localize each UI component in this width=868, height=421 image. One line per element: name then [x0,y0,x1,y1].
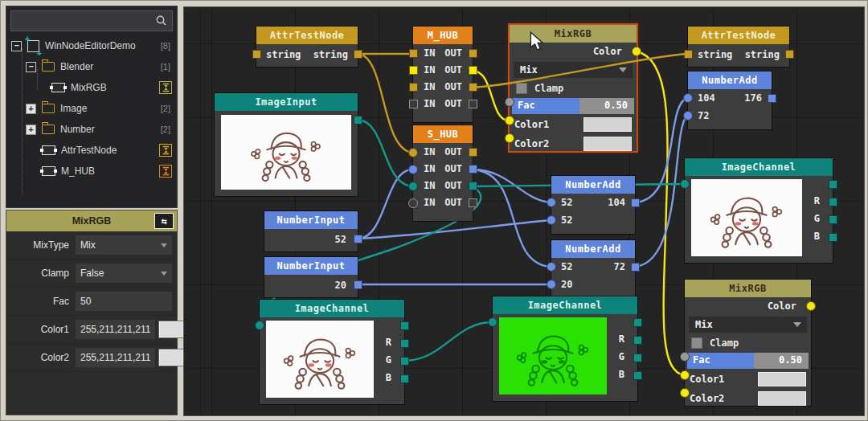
socket-fac-in[interactable] [505,97,514,107]
node-attrtestnode[interactable]: AttrTestNodestringstring [256,27,358,67]
color-swatch[interactable] [159,321,183,337]
clamp-dropdown[interactable]: False [76,264,172,283]
clamp-checkbox[interactable] [516,83,527,94]
clamp-checkbox[interactable] [691,337,702,349]
node-header[interactable]: NumberInput [264,257,358,275]
node-header[interactable]: ImageChannel [685,158,833,176]
socket-image-in[interactable] [488,317,497,327]
collapse-icon[interactable]: − [11,41,22,51]
socket-image-out[interactable] [829,180,837,189]
socket-number-in[interactable] [547,198,556,207]
tree-item-m_hub[interactable]: M_HUB [6,161,177,182]
tree-item-number[interactable]: +Number[2] [6,119,177,140]
color2-field[interactable]: 255,211,211,211 [76,348,155,367]
node-imagechannel[interactable]: ImageChannelRGB [260,300,404,404]
node-numberinput[interactable]: NumberInput20 [264,257,358,297]
socket-number-out[interactable] [354,235,362,243]
socket-number-in[interactable] [683,111,693,121]
socket-number-in[interactable] [547,215,556,225]
node-header[interactable]: NumberInput [264,211,358,229]
socket-hub-in[interactable] [409,49,418,58]
node-header[interactable]: MixRGB [510,25,637,43]
node-editor-canvas[interactable]: AttrTestNodestringstringM_HUBINOUTINOUTI… [183,6,865,416]
socket-number-in[interactable] [547,280,556,289]
socket-hub-in[interactable] [409,66,418,75]
socket-hub-in[interactable] [408,198,418,208]
mixtype-dropdown[interactable]: Mix [689,317,807,333]
node-header[interactable]: NumberAdd [551,176,635,194]
node-numberadd[interactable]: NumberAdd527220 [551,240,635,298]
socket-channel-b[interactable] [829,233,837,242]
socket-color2-in[interactable] [505,133,514,143]
color1-field[interactable]: 255,211,211,211 [76,320,155,339]
node-header[interactable]: ImageChannel [493,296,637,314]
socket-channel-r[interactable] [829,198,837,206]
socket-number-in[interactable] [683,93,693,103]
node-attrtestnode[interactable]: AttrTestNodestringstring [688,27,789,67]
socket-image-out[interactable] [400,321,409,330]
socket-hub-out[interactable] [469,83,477,92]
socket-image-in[interactable] [255,321,264,330]
socket-color1-in[interactable] [505,116,514,125]
node-header[interactable]: MixRGB [685,280,811,297]
socket-color-out[interactable] [632,47,641,56]
tree-item-mixrgb[interactable]: MixRGB [6,77,177,98]
color-swatch[interactable] [583,137,632,151]
socket-hub-out[interactable] [469,148,477,157]
expand-icon[interactable]: + [26,125,36,135]
color-swatch[interactable] [583,117,632,132]
socket-color-out[interactable] [806,301,816,311]
socket-number-in[interactable] [547,262,556,272]
tree-item-blender[interactable]: −Blender[1] [6,56,177,77]
socket-number-out[interactable] [631,263,640,272]
socket-image-out[interactable] [354,116,362,125]
node-mixrgb[interactable]: MixRGBColorMixClampFac0.50Color1Color2 [510,25,637,151]
socket-hub-in[interactable] [409,100,418,108]
socket-channel-b[interactable] [400,374,409,383]
tree-search-box[interactable] [10,10,173,31]
node-mixrgb[interactable]: MixRGBColorMixClampFac0.50Color1Color2 [685,280,811,406]
fac-field[interactable]: 50 [76,292,172,311]
socket-channel-b[interactable] [633,371,642,380]
tree-item-image[interactable]: +Image[2] [6,98,177,119]
swap-colors-icon[interactable]: ⇆ [154,213,174,229]
node-header[interactable]: NumberAdd [551,240,635,258]
fac-slider[interactable]: Fac0.50 [512,98,634,114]
color-swatch[interactable] [758,391,806,406]
socket-hub-out[interactable] [469,100,477,108]
socket-color1-in[interactable] [680,370,690,380]
socket-string-in[interactable] [252,50,261,59]
node-header[interactable]: ImageInput [215,93,358,111]
socket-channel-g[interactable] [829,215,837,224]
socket-fac-in[interactable] [680,352,690,362]
node-type-badge-icon[interactable] [159,81,172,94]
socket-hub-out[interactable] [469,182,477,190]
node-imagechannel[interactable]: ImageChannelRGB [685,158,833,263]
socket-hub-out[interactable] [469,66,477,75]
socket-string-in[interactable] [684,50,693,59]
node-m_hub[interactable]: M_HUBINOUTINOUTINOUTINOUT [413,27,473,122]
socket-number-out[interactable] [631,198,640,207]
node-header[interactable]: NumberAdd [688,72,772,89]
socket-color2-in[interactable] [680,388,690,398]
socket-hub-out[interactable] [469,49,477,58]
socket-string-out[interactable] [354,50,362,59]
socket-hub-out[interactable] [469,198,477,207]
socket-channel-g[interactable] [633,354,642,362]
node-imageinput[interactable]: ImageInput [215,93,358,196]
node-header[interactable]: M_HUB [413,27,473,44]
socket-image-out[interactable] [633,318,642,327]
socket-hub-in[interactable] [408,165,418,174]
node-type-badge-icon[interactable] [159,144,172,157]
socket-hub-in[interactable] [409,83,418,92]
collapse-icon[interactable]: − [26,62,36,72]
socket-string-out[interactable] [785,50,794,59]
socket-hub-out[interactable] [469,165,477,174]
node-type-badge-icon[interactable] [159,165,172,178]
node-header[interactable]: AttrTestNode [256,27,358,44]
node-numberadd[interactable]: NumberAdd10417672 [688,72,772,129]
socket-channel-r[interactable] [633,336,642,345]
node-numberadd[interactable]: NumberAdd5210452 [551,176,635,234]
tree-item-attrtestnode[interactable]: AttrTestNode [6,140,177,161]
node-s_hub[interactable]: S_HUBINOUTINOUTINOUTINOUT [413,125,473,221]
